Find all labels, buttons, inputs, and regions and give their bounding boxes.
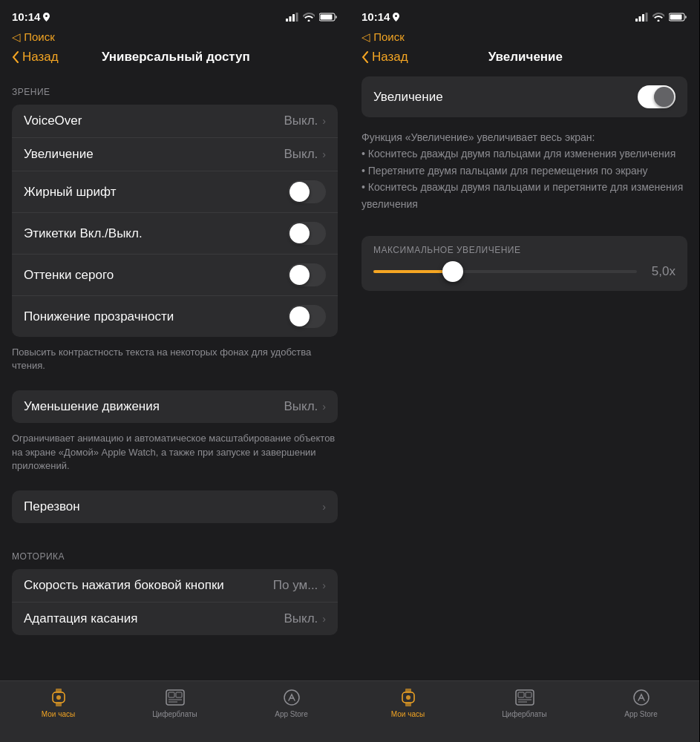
tab-faces-right[interactable]: Циферблаты (466, 687, 583, 718)
reduce-transparency-row[interactable]: Понижение прозрачности (12, 296, 338, 337)
grayscale-label: Оттенки серого (24, 268, 114, 283)
callback-group: Перезвон › (12, 490, 338, 523)
labels-row[interactable]: Этикетки Вкл./Выкл. (12, 213, 338, 255)
callback-label: Перезвон (24, 499, 80, 514)
motion-group: Уменьшение движения Выкл. › (12, 390, 338, 423)
watch-svg-left (50, 687, 68, 708)
tab-appstore-right[interactable]: App Store (583, 687, 699, 718)
motor-group: Скорость нажатия боковой кнопки По ум...… (12, 569, 338, 635)
content-right: Увеличение Функция «Увеличение» увеличив… (350, 73, 699, 680)
slider-track[interactable] (373, 270, 637, 273)
touch-adaptation-row[interactable]: Адаптация касания Выкл. › (12, 603, 338, 635)
appstore-icon-left (281, 687, 302, 708)
svg-rect-18 (639, 16, 641, 22)
touch-adaptation-value: Выкл. (284, 611, 318, 626)
location-icon-left (43, 13, 50, 22)
voiceover-label: VoiceOver (24, 114, 82, 128)
svg-rect-5 (321, 14, 333, 19)
nav-bar-right: Назад Увеличение (350, 50, 699, 73)
svg-point-9 (56, 695, 61, 700)
reduce-motion-row[interactable]: Уменьшение движения Выкл. › (12, 390, 338, 423)
side-button-value: По ум... (273, 578, 318, 593)
reduce-motion-label: Уменьшение движения (24, 399, 160, 414)
voiceover-value: Выкл. (284, 114, 318, 128)
tab-faces-left[interactable]: Циферблаты (117, 687, 233, 718)
faces-svg-right (515, 689, 534, 706)
tab-appstore-left[interactable]: App Store (233, 687, 350, 718)
touch-adaptation-label: Адаптация касания (24, 611, 137, 626)
reduce-motion-right: Выкл. › (284, 399, 326, 414)
separator-1 (0, 375, 350, 387)
svg-rect-2 (292, 14, 295, 22)
faces-svg-left (166, 689, 185, 706)
svg-point-15 (284, 690, 299, 705)
signal-icon-right (635, 13, 648, 22)
svg-rect-1 (290, 16, 292, 22)
search-bar-right: ◁ Поиск (350, 27, 699, 50)
search-label-right[interactable]: ◁ Поиск (362, 30, 405, 44)
tab-appstore-label-left: App Store (275, 710, 307, 718)
reduce-motion-value: Выкл. (284, 399, 318, 414)
reduce-transparency-toggle[interactable] (288, 305, 326, 328)
zoom-toggle-knob (654, 87, 674, 107)
slider-group: МАКСИМАЛЬНОЕ УВЕЛИЧЕНИЕ 5,0x (362, 236, 687, 291)
motion-hint: Ограничивает анимацию и автоматическое м… (0, 426, 350, 476)
bold-font-label: Жирный шрифт (24, 185, 116, 200)
battery-icon-right (669, 13, 687, 22)
faces-icon-left (165, 687, 186, 708)
side-button-row[interactable]: Скорость нажатия боковой кнопки По ум...… (12, 569, 338, 603)
svg-point-32 (634, 690, 649, 705)
grayscale-row[interactable]: Оттенки серого (12, 255, 338, 296)
callback-row[interactable]: Перезвон › (12, 490, 338, 523)
bold-font-row[interactable]: Жирный шрифт (12, 171, 338, 213)
magnification-label: Увеличение (24, 147, 94, 162)
callback-right: › (322, 501, 326, 513)
bold-font-toggle[interactable] (288, 180, 326, 203)
tab-appstore-label-right: App Store (624, 710, 657, 718)
voiceover-row[interactable]: VoiceOver Выкл. › (12, 105, 338, 138)
magnification-row[interactable]: Увеличение Выкл. › (12, 138, 338, 171)
slider-thumb[interactable] (442, 261, 463, 282)
page-title-right: Увеличение (364, 50, 687, 65)
tab-my-watch-label-right: Мои часы (391, 710, 425, 718)
zoom-toggle[interactable] (638, 85, 676, 108)
reduce-transparency-knob (290, 306, 310, 326)
reduce-transparency-label: Понижение прозрачности (24, 309, 174, 324)
appstore-svg-left (283, 689, 301, 706)
zoom-toggle-row[interactable]: Увеличение (362, 76, 687, 117)
slider-row: 5,0x (373, 264, 676, 279)
zoom-toggle-label: Увеличение (373, 90, 443, 105)
bottom-spacer-left (0, 638, 350, 653)
touch-adaptation-chevron: › (322, 613, 326, 625)
zoom-desc-text: Функция «Увеличение» увеличивает весь эк… (362, 131, 683, 210)
wifi-icon-left (303, 13, 315, 22)
watch-svg-right (399, 687, 417, 708)
appstore-icon-right (631, 687, 652, 708)
svg-rect-20 (646, 13, 648, 22)
voiceover-chevron: › (322, 115, 326, 127)
svg-rect-0 (286, 19, 288, 22)
search-label-left[interactable]: ◁ Поиск (12, 30, 55, 44)
watch-icon-right (398, 687, 419, 708)
tab-my-watch-label-left: Мои часы (42, 710, 75, 718)
tab-bar-left: Мои часы Циферблаты (0, 680, 350, 742)
magnification-right: Выкл. › (284, 147, 326, 162)
svg-rect-3 (296, 13, 298, 22)
grayscale-toggle[interactable] (288, 263, 326, 286)
signal-icon-left (286, 13, 298, 22)
tab-my-watch-left[interactable]: Мои часы (0, 687, 117, 718)
tab-faces-label-left: Циферблаты (152, 710, 197, 718)
reduce-motion-chevron: › (322, 401, 326, 413)
tab-bar-right: Мои часы Циферблаты (350, 680, 699, 742)
labels-knob (290, 223, 310, 243)
svg-rect-29 (526, 692, 531, 697)
battery-icon-left (319, 13, 338, 22)
section-header-motor: МОТОРИКА (0, 538, 350, 566)
status-bar-left: 10:14 (0, 0, 350, 27)
search-bar-left: ◁ Поиск (0, 27, 350, 50)
tab-my-watch-right[interactable]: Мои часы (350, 687, 466, 718)
watch-icon-left (48, 687, 69, 708)
labels-toggle[interactable] (288, 222, 326, 245)
separator-2 (0, 476, 350, 487)
separator-3 (0, 526, 350, 538)
